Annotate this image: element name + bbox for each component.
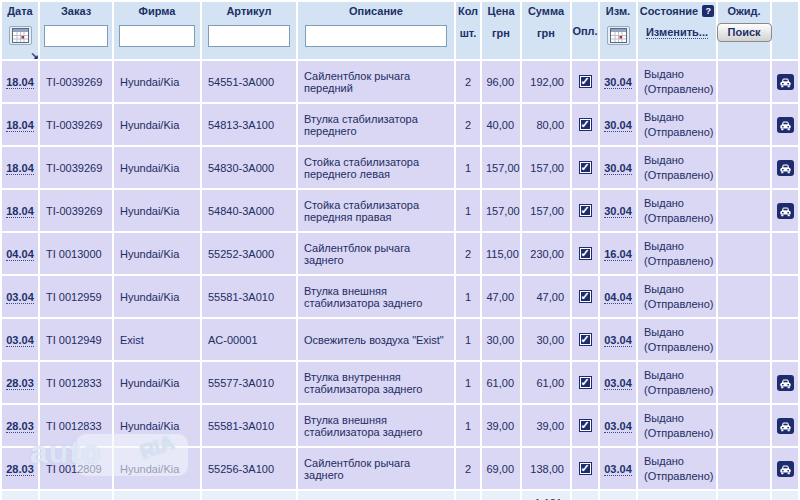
changed-cell: 30.04 [600,147,636,188]
article-cell: 55577-3A010 [202,362,296,403]
car-delivery-icon[interactable] [777,203,794,219]
actions-cell [772,233,798,274]
order-date-link[interactable]: 28.03 [6,463,34,476]
description-cell: Стойка стабилизатора переднего левая [298,147,454,188]
car-delivery-icon[interactable] [777,160,794,176]
article-number: 54840-3A000 [208,205,274,217]
price-cell: 61,00 [482,362,520,403]
changed-date-link[interactable]: 16.04 [604,248,632,261]
description-cell: Сайлентблок рычага заднего [298,233,454,274]
actions-cell [772,319,798,360]
order-number: TI 0012809 [46,463,102,475]
car-delivery-icon[interactable] [777,117,794,133]
changed-cell: 16.04 [600,233,636,274]
help-icon[interactable]: ? [702,5,714,17]
expected-cell [718,405,770,446]
price-cell: 69,00 [482,448,520,489]
changed-date-link[interactable]: 03.04 [604,420,632,433]
status-cell: Выдано (Отправлено) [638,147,716,188]
order-date-link[interactable]: 18.04 [6,119,34,132]
status-change-link[interactable]: Изменить... [646,26,708,39]
price-cell: 115,00 [482,233,520,274]
article-number: 55252-3A000 [208,248,274,260]
qty-value: 1 [465,420,471,432]
total-empty-cell [202,491,296,500]
paid-checkbox[interactable] [579,161,592,174]
car-delivery-icon[interactable] [777,461,794,477]
sum-cell: 39,00 [522,405,570,446]
table-row: 03.04 TI 0012959 Hyundai/Kia 55581-3A010… [2,276,798,317]
paid-cell [572,233,598,274]
total-empty-cell [482,491,520,500]
paid-checkbox[interactable] [579,204,592,217]
order-date-link[interactable]: 18.04 [6,76,34,89]
changed-date-link[interactable]: 03.04 [604,334,632,347]
column-resize-arrow-icon[interactable]: ↘ [31,50,39,61]
order-date-link[interactable]: 04.04 [6,248,34,261]
order-date-link[interactable]: 18.04 [6,162,34,175]
changed-date-link[interactable]: 30.04 [604,205,632,218]
paid-checkbox[interactable] [579,376,592,389]
firm-filter-input[interactable] [119,25,194,47]
order-cell: TI-0039269 [40,190,112,231]
firm-cell: Hyundai/Kia [114,147,200,188]
actions-cell [772,61,798,102]
actions-cell [772,276,798,317]
status-text: Выдано (Отправлено) [644,196,712,226]
sum-value: 157,00 [530,162,564,174]
changed-date-link[interactable]: 30.04 [604,162,632,175]
status-text: Выдано (Отправлено) [644,454,712,484]
description-filter-input[interactable] [305,25,447,47]
changed-date-link[interactable]: 03.04 [604,463,632,476]
expected-cell [718,448,770,489]
article-cell: AC-00001 [202,319,296,360]
order-date-link[interactable]: 28.03 [6,377,34,390]
changed-date-link[interactable]: 04.04 [604,291,632,304]
column-header-actions [772,2,798,59]
order-number: TI-0039269 [46,162,102,174]
paid-checkbox[interactable] [579,247,592,260]
order-filter-input[interactable] [44,25,108,47]
changed-cell: 04.04 [600,276,636,317]
price-value: 39,00 [486,420,514,432]
price-value: 61,00 [486,377,514,389]
car-delivery-icon[interactable] [777,418,794,434]
order-date-link[interactable]: 18.04 [6,205,34,218]
column-header-description: Описание [298,2,454,59]
date-filter-calendar-button[interactable] [9,26,32,45]
search-button[interactable]: Поиск [717,23,772,42]
status-text: Выдано (Отправлено) [644,325,712,355]
changed-date-link[interactable]: 30.04 [604,119,632,132]
article-cell: 54840-3A000 [202,190,296,231]
article-filter-input[interactable] [208,25,290,47]
car-delivery-icon[interactable] [777,74,794,90]
status-cell: Выдано (Отправлено) [638,405,716,446]
paid-cell [572,190,598,231]
actions-cell [772,147,798,188]
paid-checkbox[interactable] [579,419,592,432]
firm-name: Hyundai/Kia [120,119,179,131]
column-header-expected: Ожид. Поиск [718,2,770,59]
order-date-link[interactable]: 03.04 [6,291,34,304]
paid-checkbox[interactable] [579,290,592,303]
total-empty-cell [600,491,636,500]
column-header-date: Дата ↘ [2,2,38,59]
changed-filter-calendar-button[interactable] [607,26,630,45]
sum-value: 61,00 [536,377,564,389]
date-cell: 18.04 [2,61,38,102]
paid-checkbox[interactable] [579,75,592,88]
order-cell: TI 0012833 [40,405,112,446]
changed-date-link[interactable]: 30.04 [604,76,632,89]
qty-cell: 1 [456,362,480,403]
order-date-link[interactable]: 03.04 [6,334,34,347]
paid-checkbox[interactable] [579,462,592,475]
status-text: Выдано (Отправлено) [644,239,712,269]
order-date-link[interactable]: 28.03 [6,420,34,433]
changed-date-link[interactable]: 03.04 [604,377,632,390]
paid-checkbox[interactable] [579,118,592,131]
order-cell: TI 0012959 [40,276,112,317]
paid-checkbox[interactable] [579,333,592,346]
car-delivery-icon[interactable] [777,375,794,391]
price-value: 115,00 [486,248,519,260]
table-row: 28.03 TI 0012809 Hyundai/Kia 55256-3A100… [2,448,798,489]
